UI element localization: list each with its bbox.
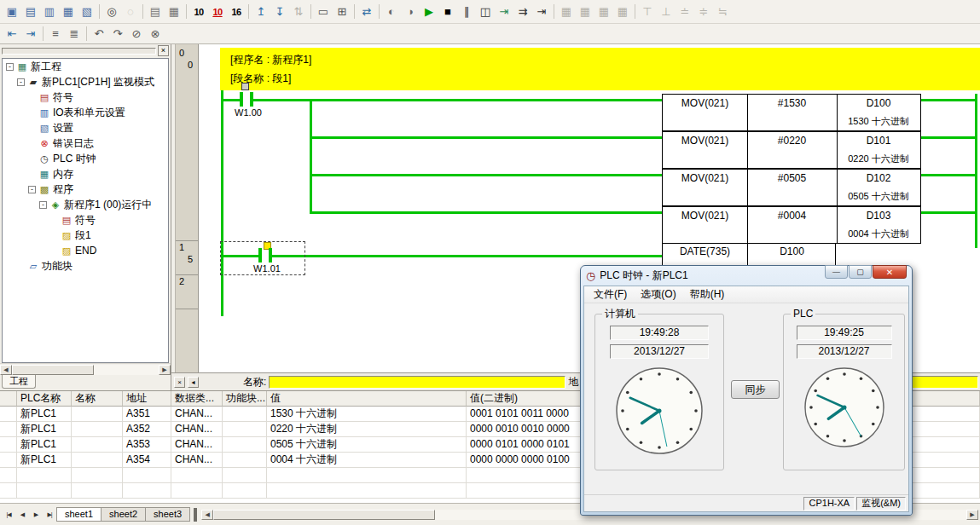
enable-rung-icon[interactable]: ⊗ [146, 26, 165, 43]
bar-collapse-icon[interactable]: ◂ [188, 377, 199, 388]
pause-mode-icon[interactable]: ∥ [457, 3, 476, 20]
watch-column-header[interactable] [0, 391, 17, 407]
watch-column-header[interactable]: PLC名称 [17, 391, 72, 407]
workspace-close-icon[interactable]: × [158, 45, 169, 56]
scroll-left-icon[interactable]: ◀ [201, 510, 213, 520]
monitor-decimal-icon[interactable]: 10 [189, 3, 208, 20]
watch-column-header[interactable]: 数据类... [171, 391, 223, 407]
step-over-icon[interactable]: ⇥ [495, 3, 513, 20]
tree-item-io-table[interactable]: ▥IO表和单元设置 [3, 105, 168, 120]
pause-monitor-icon[interactable]: ◑ [401, 3, 420, 20]
computer-clock [613, 365, 705, 457]
bookmark-icon[interactable]: ▤ [146, 3, 165, 20]
tree-item-memory[interactable]: ▦内存 [3, 166, 168, 182]
toolbar-separator [142, 4, 143, 19]
scroll-left-icon[interactable]: ◀ [0, 365, 12, 375]
dialog-titlebar[interactable]: ◷ PLC 时钟 - 新PLC1 — ▢ ✕ [581, 266, 912, 286]
watch-column-header[interactable]: 地址 [123, 391, 171, 407]
new-project-icon[interactable]: ▣ [3, 3, 21, 20]
tree-item-plc[interactable]: -▰新PLC1[CP1H] 监视模式 [3, 74, 168, 89]
redo-icon[interactable]: ↷ [108, 26, 127, 43]
find-icon[interactable]: ◎ [102, 3, 121, 20]
close-icon[interactable]: ✕ [873, 265, 907, 279]
maximize-icon[interactable]: ▢ [849, 265, 872, 279]
contact-w1-01[interactable] [258, 248, 272, 262]
dialog-menu-item-2[interactable]: 帮助(H) [683, 286, 732, 303]
tree-item-program[interactable]: -▩程序 [3, 182, 168, 197]
monitor-mode-icon[interactable]: ◐ [382, 3, 401, 20]
annotation-list-icon[interactable]: ≣ [65, 26, 84, 43]
sync-button[interactable]: 同步 [731, 380, 780, 399]
disable-rung-icon[interactable]: ⊘ [127, 26, 146, 43]
io-table-icon[interactable]: ▭ [314, 3, 333, 20]
watch-column-header[interactable]: 功能块... [223, 391, 267, 407]
output-window-icon[interactable]: ▥ [40, 3, 59, 20]
tree-item-settings[interactable]: ▧设置 [3, 120, 168, 136]
tree-item-symbols[interactable]: ▤符号 [3, 89, 168, 105]
indent-right-icon[interactable]: ⇥ [21, 26, 40, 43]
mov-instruction-block[interactable]: MOV(021)#0220D1010220 十六进制 [662, 131, 921, 169]
tab-scroll-splitter[interactable] [194, 508, 197, 522]
tree-scroll-track[interactable] [12, 365, 159, 375]
first-sheet-icon[interactable]: |◀ [2, 508, 15, 521]
tree-item-symbols2[interactable]: ▤符号 [3, 212, 168, 228]
rung-comment-block[interactable]: [程序名 : 新程序1] [段名称 : 段1] [220, 48, 980, 90]
watch-window-icon[interactable]: ▦ [59, 3, 78, 20]
dialog-list-icon[interactable]: ▤ [21, 3, 40, 20]
undo-icon[interactable]: ↶ [90, 26, 108, 43]
expand-toggle-icon[interactable]: - [6, 63, 14, 71]
tree-scroll-thumb[interactable] [12, 365, 94, 375]
tree-item-error-log[interactable]: ⊗错误日志 [3, 136, 168, 151]
stop-program-mode-icon[interactable]: ■ [438, 3, 457, 20]
scroll-right-icon[interactable]: ▶ [159, 365, 171, 375]
run-mode-icon[interactable]: ▶ [420, 3, 438, 20]
step-mode-icon[interactable]: ◫ [476, 3, 495, 20]
next-sheet-icon[interactable]: ▶ [29, 508, 43, 521]
watch-column-header[interactable]: 名称 [72, 391, 123, 407]
tree-item-project[interactable]: -▦新工程 [3, 59, 168, 74]
prev-sheet-icon[interactable]: ◀ [15, 508, 29, 521]
data-trace-icon[interactable]: ⇄ [357, 3, 376, 20]
contact-label: W1.00 [224, 107, 272, 118]
tree-item-function-blocks[interactable]: ▱功能块 [3, 258, 168, 274]
sheet-tab-sheet1[interactable]: sheet1 [56, 507, 101, 522]
tree-item-program1[interactable]: -◈新程序1 (00)运行中 [3, 197, 168, 212]
expand-toggle-icon[interactable]: - [28, 186, 36, 193]
monitor-hex-icon[interactable]: 16 [227, 3, 246, 20]
mov-instruction-block[interactable]: MOV(021)#0505D1020505 十六进制 [662, 169, 921, 206]
cross-reference-icon[interactable]: ▧ [78, 3, 96, 20]
watch-cell [223, 407, 267, 422]
workspace-grip[interactable] [2, 48, 156, 55]
expand-toggle-icon[interactable]: - [39, 201, 47, 209]
transfer-from-plc-icon[interactable]: ↧ [270, 3, 289, 20]
name-input[interactable] [269, 376, 565, 389]
continuous-run-icon[interactable]: ⇉ [513, 3, 532, 20]
grid-view-icon[interactable]: ▦ [165, 3, 183, 20]
scan-once-icon[interactable]: ⇥ [532, 3, 551, 20]
tree-horizontal-scrollbar[interactable]: ◀ ▶ [0, 363, 171, 375]
indent-left-icon[interactable]: ⇤ [3, 26, 21, 43]
expand-toggle-icon[interactable]: - [17, 78, 25, 86]
mov-instruction-block[interactable]: MOV(021)#1530D1001530 十六进制 [662, 94, 921, 131]
dialog-menu-item-1[interactable]: 选项(O) [634, 286, 682, 303]
dialog-menu-item-0[interactable]: 文件(F) [587, 286, 634, 303]
mov-instruction-block[interactable]: MOV(021)#0004D1030004 十六进制 [662, 206, 921, 244]
contact-w1-00[interactable] [240, 92, 253, 107]
transfer-to-plc-icon[interactable]: ↥ [252, 3, 270, 20]
tree-item-section1[interactable]: ▨段1 [3, 228, 168, 243]
sheet-tab-sheet3[interactable]: sheet3 [145, 507, 190, 522]
workspace-tab-project[interactable]: 工程 [2, 375, 36, 389]
scroll-right-icon[interactable]: ▶ [966, 510, 978, 520]
rung-comment-icon[interactable]: ≡ [46, 26, 65, 43]
last-sheet-icon[interactable]: ▶| [43, 508, 56, 521]
watch-cell: 0505 十六进制 [267, 437, 467, 453]
plc-settings-icon[interactable]: ⊞ [333, 3, 351, 20]
minimize-icon[interactable]: — [825, 265, 848, 279]
sheet-tab-sheet2[interactable]: sheet2 [101, 507, 146, 522]
watch-scroll-thumb[interactable] [213, 510, 435, 520]
bar-close-icon[interactable]: × [174, 377, 185, 388]
tree-item-plc-clock[interactable]: ◷PLC 时钟 [3, 151, 168, 166]
monitor-signed-decimal-icon[interactable]: 10 [208, 3, 227, 20]
watch-column-header[interactable]: 值 [267, 391, 467, 407]
tree-item-end[interactable]: ▨END [3, 243, 168, 258]
